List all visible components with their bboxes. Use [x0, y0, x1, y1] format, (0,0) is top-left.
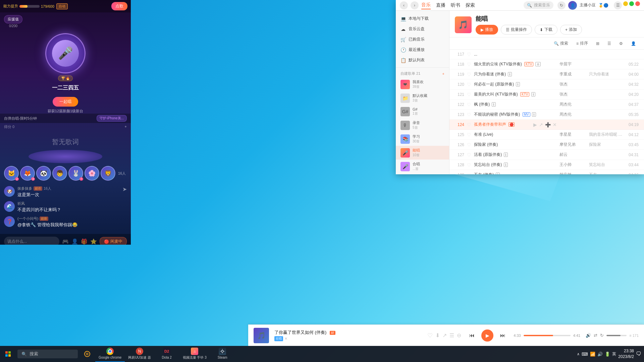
tab-live[interactable]: 直播 — [436, 2, 445, 9]
play-action[interactable]: ▶ — [533, 122, 537, 127]
prev-button[interactable]: ⏮ — [467, 330, 477, 341]
search-toolbar-button[interactable]: 🔍 搜索 — [551, 40, 571, 47]
xuexi-info: 学习 30首 — [413, 134, 444, 144]
star-icon[interactable]: ⭐ — [90, 238, 97, 245]
playlist-hechang[interactable]: 🎤 合唱 ...首 — [396, 160, 449, 173]
like-button[interactable]: ♡ — [467, 112, 471, 117]
player-share-button[interactable]: ↗ — [442, 332, 447, 339]
sidebar-item-cloud[interactable]: ☁ 音乐云盘 — [396, 24, 449, 34]
playlist-peiyin[interactable]: 🎙 录音 5首 — [396, 118, 449, 132]
notification-icon[interactable]: 🗨 — [636, 351, 641, 357]
volume-tray-icon[interactable]: 🔊 — [597, 352, 603, 357]
like-button[interactable]: ♡ — [467, 82, 471, 87]
close-button[interactable] — [635, 1, 640, 6]
playlist-bh[interactable]: 📁 Ph ...首 — [396, 173, 449, 174]
taskbar-qqmusic[interactable]: ♫ 视频流量 手毕 3 — [179, 346, 210, 362]
playlist-xuexi[interactable]: 📚 学习 30首 — [396, 132, 449, 146]
network-icon[interactable]: 📶 — [590, 352, 595, 357]
like-button[interactable]: ♡ — [467, 142, 471, 147]
sidebar-item-purchased[interactable]: 🛒 已购音乐 — [396, 34, 449, 45]
back-button[interactable]: ‹ — [400, 1, 408, 9]
tab-audiobook[interactable]: 听书 — [451, 2, 460, 9]
duration-cell: 04:37 — [625, 102, 639, 107]
like-button[interactable]: ♡ — [467, 102, 471, 107]
gamepad-icon[interactable]: 🎮 — [62, 238, 69, 245]
like-button[interactable]: ♡ — [467, 162, 471, 168]
batch-button[interactable]: ☰ 批量操作 — [501, 25, 532, 35]
playlist-woxihuan[interactable]: ❤ 我喜欢 39首 — [396, 77, 449, 91]
taskbar-chrome[interactable]: Google chrome — [95, 346, 125, 362]
like-button[interactable]: ♡ — [467, 92, 471, 97]
forward-icon-1[interactable]: ➤ — [122, 186, 127, 192]
chat-input-hint[interactable]: 说点什么... — [4, 237, 59, 245]
player-like-button[interactable]: ♡ — [427, 332, 433, 339]
sidebar-item-default[interactable]: 📋 默认列表 — [396, 55, 449, 65]
user-button[interactable]: 👤 — [628, 40, 639, 47]
up-arrow-icon[interactable]: ∧ — [577, 352, 580, 356]
applause-label[interactable]: 应援值 — [4, 15, 22, 23]
add-playlist-button[interactable]: + — [442, 72, 444, 76]
like-button[interactable]: ♡ — [467, 132, 471, 137]
face-icon[interactable]: 👤 — [71, 238, 78, 245]
progress-bar[interactable] — [524, 335, 571, 336]
player-download-button[interactable]: ⬇ — [435, 332, 440, 339]
player-close-tag[interactable]: ✕ — [284, 337, 287, 341]
music-body: 💻 本地与下载 ☁ 音乐云盘 🛒 已购音乐 🕐 最近播放 📋 默认列 — [396, 11, 644, 174]
cortana-button[interactable] — [79, 346, 95, 362]
refresh-button[interactable]: ↻ — [557, 1, 566, 9]
playlist-gsharp[interactable]: G# G# 1首 — [396, 105, 449, 118]
table-row: 128 ♡ 笑忘站台 (伴奏) ℹ 王小帅 笑忘站台 03:44 — [449, 160, 644, 170]
download-all-button[interactable]: ⬇ 下载 — [535, 25, 557, 35]
play-button[interactable]: ▶ 播放 — [476, 25, 498, 35]
repeat-icon[interactable]: ↻ — [600, 333, 604, 338]
view-button[interactable]: ⊞ — [593, 40, 602, 47]
gift-icon[interactable]: 🎁 — [81, 238, 88, 245]
sidebar-item-recent[interactable]: 🕐 最近播放 — [396, 45, 449, 55]
list-view-button[interactable]: ☰ — [605, 40, 614, 47]
next-button[interactable]: ⏭ — [497, 330, 508, 341]
volume-bar[interactable] — [606, 335, 627, 336]
player-more-button[interactable]: ⊖ — [457, 332, 461, 339]
player-meta: 在唱 ✕ — [274, 336, 422, 341]
remove-action[interactable]: ✕ — [553, 122, 557, 127]
sort-button[interactable]: ≡ 排序 — [574, 40, 591, 47]
minimize-button[interactable] — [623, 1, 628, 6]
song-title-cell: 烟火里的尘埃 (KTV版伴奏) KTV ⊕ — [474, 61, 557, 67]
taskbar-netease[interactable]: N 网易UU加速 器 — [125, 346, 154, 362]
add-action[interactable]: ➕ — [545, 122, 551, 127]
tab-music[interactable]: 音乐 — [421, 1, 431, 9]
music-search[interactable]: 🔍 搜索音乐 — [524, 1, 553, 9]
like-button[interactable]: ♡ — [467, 172, 471, 175]
settings-button[interactable]: ⚙ — [616, 40, 626, 47]
leisure-button[interactable]: 🔴 闲麦中 — [100, 237, 127, 245]
shuffle-icon[interactable]: ⇄ — [594, 333, 597, 338]
energy-value: 179/600 — [41, 4, 54, 8]
maximize-button[interactable] — [629, 1, 634, 6]
language-icon[interactable]: 英 — [612, 351, 616, 357]
like-button[interactable]: ♡ — [467, 62, 471, 67]
svg-rect-1 — [8, 351, 11, 354]
hifi-tag: ⊕ — [535, 62, 541, 66]
like-button[interactable]: ♡ — [467, 72, 471, 77]
menu-button[interactable]: ☰ — [614, 1, 622, 9]
dianke-button[interactable]: 点歌 — [111, 2, 127, 10]
player-add-to-list[interactable]: ☰ — [449, 332, 454, 339]
tab-explore[interactable]: 探索 — [466, 2, 475, 9]
start-sing-button[interactable]: 一起唱 — [53, 97, 78, 107]
like-button[interactable]: ♡ — [467, 152, 471, 158]
song-number: 124 — [455, 122, 464, 127]
taskbar-dota2[interactable]: D2 Dota 2 — [154, 346, 179, 362]
playlist-default-collect[interactable]: 📁 默认收藏 3首 — [396, 91, 449, 105]
taskbar-search[interactable]: 🔍 搜索 — [17, 350, 78, 358]
like-button[interactable]: ♡ — [467, 122, 471, 127]
playlist-nengchang[interactable]: 🎤 能唱 10首 — [396, 146, 449, 160]
add-button[interactable]: + 添加 — [560, 25, 582, 35]
like-button[interactable]: ♡ — [467, 52, 471, 57]
start-button[interactable] — [0, 346, 16, 362]
share-action[interactable]: ↗ — [539, 122, 543, 127]
taskbar-steam[interactable]: Steam — [210, 346, 235, 362]
forward-button[interactable]: › — [411, 1, 419, 9]
play-pause-button[interactable]: ▶ — [481, 329, 493, 342]
playlist-title: 能唱 — [476, 15, 582, 23]
sidebar-item-local[interactable]: 💻 本地与下载 — [396, 13, 449, 24]
